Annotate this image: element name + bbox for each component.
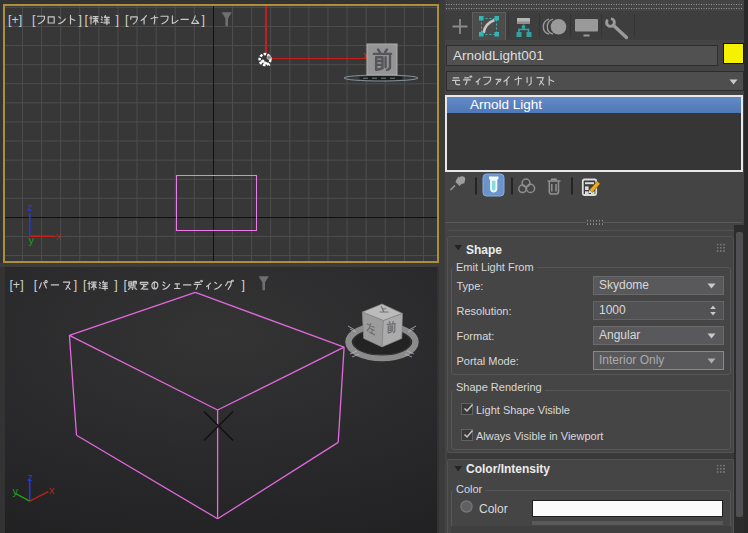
svg-text:]: ] [74,278,77,292]
svg-text:x: x [56,230,62,242]
svg-text:]: ] [79,13,82,27]
svg-text:[: [ [125,13,129,27]
svg-text:z: z [28,201,34,213]
svg-text:z: z [28,471,34,483]
svg-text:y: y [29,234,35,246]
svg-text:]: ] [116,13,119,27]
svg-text:[: [ [83,278,87,292]
svg-text:]: ] [202,13,205,27]
svg-text:x: x [49,484,55,496]
svg-text:[+]: [+] [9,278,23,292]
svg-text:[: [ [85,13,89,27]
svg-text:[: [ [34,278,38,292]
svg-text:]: ] [242,278,245,292]
svg-text:[: [ [124,278,128,292]
svg-text:[: [ [32,13,36,27]
svg-text:]: ] [114,278,117,292]
svg-text:y: y [13,485,19,497]
svg-text:[+]: [+] [8,13,22,27]
